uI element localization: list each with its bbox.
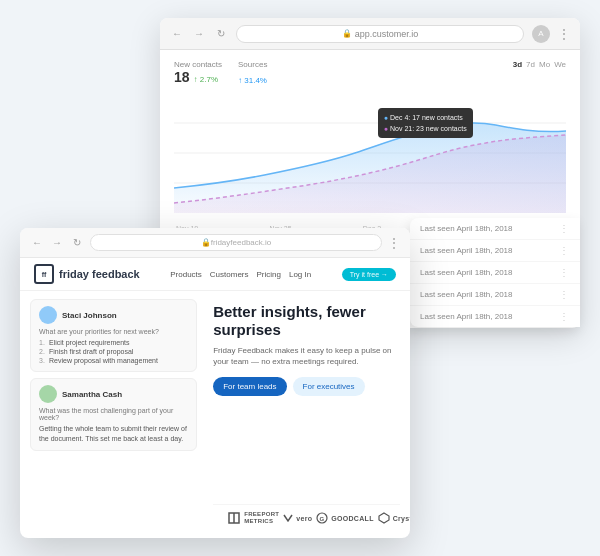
time-3d[interactable]: 3d [513, 60, 522, 69]
chart-area: New contacts 18 ↑ 2.7% Sources ↑ 31.4% 3… [160, 50, 580, 242]
samantha-question: What was the most challenging part of yo… [39, 407, 188, 421]
logo-goodcall: G GOODCALL [316, 512, 373, 524]
chart-header: New contacts 18 ↑ 2.7% Sources ↑ 31.4% 3… [174, 60, 566, 87]
new-contacts-change: ↑ 2.7% [194, 75, 218, 84]
more-dots-3[interactable]: ⋮ [559, 267, 570, 278]
ff-reload-btn[interactable]: ↻ [70, 236, 84, 250]
ff-logo: ff friday feedback [34, 264, 140, 284]
ff-forward-btn[interactable]: → [50, 236, 64, 250]
crystal-icon [378, 512, 390, 524]
back-btn[interactable]: ← [170, 27, 184, 41]
time-7d[interactable]: 7d [526, 60, 535, 69]
seen-item-5: Last seen April 18th, 2018 ⋮ [410, 306, 580, 327]
ff-lock-icon: 🔒 [201, 238, 211, 247]
ff-try-btn[interactable]: Try it free → [342, 268, 396, 281]
more-dots-1[interactable]: ⋮ [559, 223, 570, 234]
ff-cta-buttons: For team leads For executives [213, 377, 400, 396]
forward-btn[interactable]: → [192, 27, 206, 41]
seen-item-4: Last seen April 18th, 2018 ⋮ [410, 284, 580, 306]
address-bar[interactable]: 🔒 app.customer.io [236, 25, 524, 43]
front-browser-window: ← → ↻ 🔒 fridayfeedback.io ⋮ ff friday fe… [20, 228, 410, 538]
ff-hero-content: Better insights, fewer surprises Friday … [213, 303, 400, 408]
ff-headline: Better insights, fewer surprises [213, 303, 400, 339]
nav-login[interactable]: Log In [289, 270, 311, 279]
staci-list: Elicit project requirements Finish first… [39, 338, 188, 365]
staci-item-3: Review proposal with management [39, 356, 188, 365]
samantha-avatar [39, 385, 57, 403]
chat-card-header-2: Samantha Cash [39, 385, 188, 403]
staci-avatar [39, 306, 57, 324]
ff-browser-chrome: ← → ↻ 🔒 fridayfeedback.io ⋮ [20, 228, 410, 258]
logo-crystal: Crystal [378, 512, 410, 524]
more-dots-2[interactable]: ⋮ [559, 245, 570, 256]
crystal-name: Crystal [393, 515, 410, 522]
nav-products[interactable]: Products [170, 270, 202, 279]
lock-icon: 🔒 [342, 29, 352, 38]
btn-executives[interactable]: For executives [293, 377, 365, 396]
goodcall-icon: G [316, 512, 328, 524]
svg-marker-8 [379, 513, 389, 523]
new-contacts-metric: New contacts 18 ↑ 2.7% [174, 60, 222, 87]
chart-tooltip: ● Dec 4: 17 new contacts ● Nov 21: 23 ne… [378, 108, 473, 138]
vero-name: vero [296, 515, 312, 522]
goodcall-name: GOODCALL [331, 515, 373, 522]
chart-svg-wrapper: ● Dec 4: 17 new contacts ● Nov 21: 23 ne… [174, 93, 566, 223]
seen-item-2: Last seen April 18th, 2018 ⋮ [410, 240, 580, 262]
ff-content: Staci Johnson What are your priorities f… [20, 291, 410, 538]
samantha-text: Getting the whole team to submit their r… [39, 424, 188, 444]
user-avatar[interactable]: A [532, 25, 550, 43]
more-dots-5[interactable]: ⋮ [559, 311, 570, 322]
reload-btn[interactable]: ↻ [214, 27, 228, 41]
ff-nav-links: Products Customers Pricing Log In [170, 270, 311, 279]
sources-label: Sources [238, 60, 267, 69]
chat-card-staci: Staci Johnson What are your priorities f… [30, 299, 197, 372]
staci-item-1: Elicit project requirements [39, 338, 188, 347]
seen-list: Last seen April 18th, 2018 ⋮ Last seen A… [410, 218, 580, 327]
ff-navbar: ff friday feedback Products Customers Pr… [20, 258, 410, 291]
more-icon[interactable]: ⋮ [558, 27, 570, 41]
new-contacts-value: 18 [174, 69, 190, 85]
staci-name: Staci Johnson [62, 311, 117, 320]
seen-item-1: Last seen April 18th, 2018 ⋮ [410, 218, 580, 240]
chat-card-samantha: Samantha Cash What was the most challeng… [30, 378, 197, 451]
ff-more-icon[interactable]: ⋮ [388, 236, 400, 250]
nav-customers[interactable]: Customers [210, 270, 249, 279]
time-we[interactable]: We [554, 60, 566, 69]
chat-card-header-1: Staci Johnson [39, 306, 188, 324]
seen-item-3: Last seen April 18th, 2018 ⋮ [410, 262, 580, 284]
analytics-chart [174, 93, 566, 213]
nav-pricing[interactable]: Pricing [257, 270, 281, 279]
freeport-icon [227, 511, 241, 525]
freeport-name: FREEPORTMETRICS [244, 511, 279, 524]
chart-metrics: New contacts 18 ↑ 2.7% Sources ↑ 31.4% [174, 60, 267, 87]
ff-right-panel: Better insights, fewer surprises Friday … [207, 291, 410, 538]
more-dots-4[interactable]: ⋮ [559, 289, 570, 300]
ff-address-text: fridayfeedback.io [211, 238, 271, 247]
source-change: ↑ 31.4% [238, 76, 267, 85]
ff-back-btn[interactable]: ← [30, 236, 44, 250]
logo-vero: vero [283, 513, 312, 523]
ff-logo-icon: ff [34, 264, 54, 284]
address-text: app.customer.io [355, 29, 419, 39]
samantha-name: Samantha Cash [62, 390, 122, 399]
ff-address-bar[interactable]: 🔒 fridayfeedback.io [90, 234, 382, 251]
staci-item-2: Finish first draft of proposal [39, 347, 188, 356]
logo-freeport: FREEPORTMETRICS [227, 511, 279, 525]
chart-timerange: 3d 7d Mo We [513, 60, 566, 69]
btn-team-leads[interactable]: For team leads [213, 377, 286, 396]
ff-left-panel: Staci Johnson What are your priorities f… [20, 291, 207, 538]
ff-logos-row: FREEPORTMETRICS vero G GOODCALL Crystal [213, 504, 400, 531]
ff-subtext: Friday Feedback makes it easy to keep a … [213, 345, 400, 367]
svg-text:G: G [320, 516, 325, 522]
scene: ← → ↻ 🔒 app.customer.io A ⋮ New contacts… [20, 18, 580, 538]
staci-question: What are your priorities for next week? [39, 328, 188, 335]
back-browser-chrome: ← → ↻ 🔒 app.customer.io A ⋮ [160, 18, 580, 50]
ff-logo-text: friday feedback [59, 268, 140, 280]
sources-metric: Sources ↑ 31.4% [238, 60, 267, 87]
vero-icon [283, 513, 293, 523]
new-contacts-label: New contacts [174, 60, 222, 69]
time-mo[interactable]: Mo [539, 60, 550, 69]
